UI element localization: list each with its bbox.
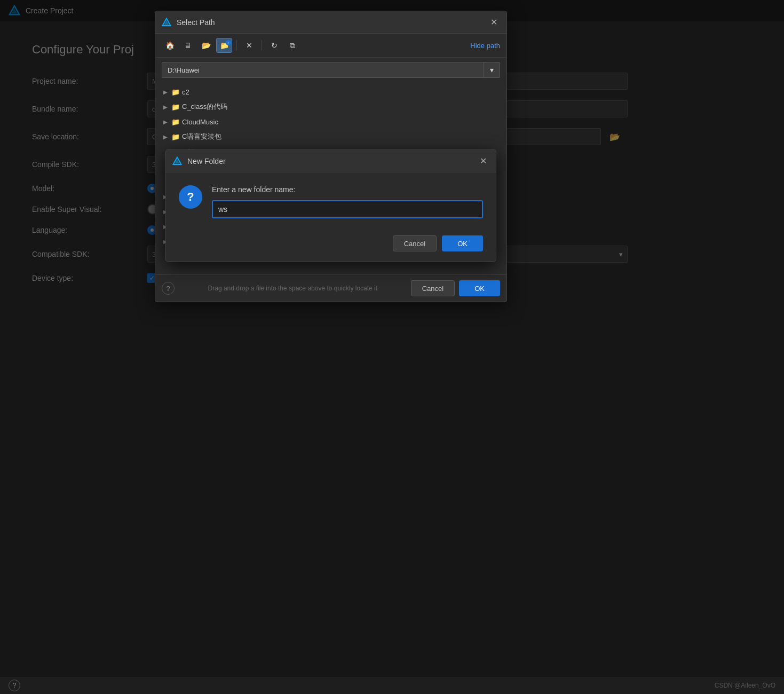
folder-icon: 📁 <box>171 88 180 96</box>
chevron-down-icon: ▾ <box>490 66 494 74</box>
new-folder-footer: Cancel OK <box>166 229 496 261</box>
folder-icon: 📁 <box>171 117 180 126</box>
new-folder-content: Enter a new folder name: <box>212 185 483 218</box>
tree-item[interactable]: ▶ 📁 C_class的代码 <box>155 99 506 114</box>
toolbar-desktop-button[interactable]: 🖥 <box>180 38 196 53</box>
toolbar-new-folder-button[interactable]: 📁+ <box>216 38 232 53</box>
bottom-bar: ? CSDN @Aileen_OvO <box>0 677 784 694</box>
select-path-titlebar: Select Path ✕ <box>155 11 506 34</box>
toolbar-folder-up-button[interactable]: 📂 <box>198 38 214 53</box>
home-icon: 🏠 <box>165 41 175 50</box>
path-bar: ▾ <box>162 62 500 78</box>
chevron-right-icon: ▶ <box>162 88 169 96</box>
new-folder-dialog-logo-icon <box>172 156 182 166</box>
watermark-text: CSDN @Aileen_OvO <box>715 682 775 689</box>
footer-hint: Drag and drop a file into the space abov… <box>179 285 407 292</box>
new-folder-prompt: Enter a new folder name: <box>212 185 483 194</box>
tree-item[interactable]: ▶ 📁 CloudMusic <box>155 114 506 129</box>
help-question-mark: ? <box>13 682 17 689</box>
dialog-toolbar: 🏠 🖥 📂 📁+ ✕ ↻ ⧉ Hide path <box>155 34 506 58</box>
tree-item[interactable]: ▶ 📁 C语言安装包 <box>155 129 506 144</box>
select-path-title: Select Path <box>177 18 482 27</box>
new-folder-dialog: New Folder ✕ ? Enter a new folder name: … <box>165 149 496 262</box>
toolbar-delete-button[interactable]: ✕ <box>241 38 257 53</box>
tree-item-label: CloudMusic <box>182 118 500 126</box>
hide-path-button[interactable]: Hide path <box>470 42 500 50</box>
dialog-logo-icon <box>162 18 171 27</box>
select-path-close-button[interactable]: ✕ <box>487 16 500 29</box>
new-folder-cancel-button[interactable]: Cancel <box>393 235 437 251</box>
question-icon: ? <box>179 185 202 209</box>
select-path-footer: ? Drag and drop a file into the space ab… <box>155 274 506 302</box>
tree-item[interactable]: ▶ 📁 c2 <box>155 84 506 99</box>
chevron-right-icon: ▶ <box>162 118 169 125</box>
desktop-icon: 🖥 <box>184 41 192 50</box>
new-folder-body: ? Enter a new folder name: <box>166 172 496 229</box>
question-mark: ? <box>166 285 170 293</box>
new-folder-icon: 📁+ <box>220 41 229 50</box>
toolbar-separator-1 <box>236 40 237 51</box>
new-folder-close-button[interactable]: ✕ <box>477 155 489 168</box>
new-folder-title: New Folder <box>187 157 471 165</box>
folder-icon: 📁 <box>171 132 180 141</box>
tree-item-label: c2 <box>182 88 500 96</box>
delete-icon: ✕ <box>246 41 252 50</box>
toolbar-home-button[interactable]: 🏠 <box>162 38 178 53</box>
new-folder-input[interactable] <box>212 200 483 218</box>
tree-item-label: C语言安装包 <box>182 132 500 141</box>
select-path-ok-button[interactable]: OK <box>459 280 500 296</box>
question-mark-char: ? <box>187 190 194 204</box>
new-folder-titlebar: New Folder ✕ <box>166 150 496 172</box>
toolbar-copy-button[interactable]: ⧉ <box>284 38 300 53</box>
refresh-icon: ↻ <box>271 41 278 50</box>
tree-item-label: C_class的代码 <box>182 102 500 112</box>
toolbar-separator-2 <box>262 40 262 51</box>
help-icon[interactable]: ? <box>162 282 175 295</box>
copy-icon: ⧉ <box>290 41 295 50</box>
folder-icon: 📁 <box>171 102 180 111</box>
toolbar-refresh-button[interactable]: ↻ <box>266 38 282 53</box>
path-dropdown-button[interactable]: ▾ <box>484 62 500 78</box>
chevron-right-icon: ▶ <box>162 133 169 140</box>
chevron-right-icon: ▶ <box>162 103 169 111</box>
bottom-help-icon[interactable]: ? <box>9 680 20 691</box>
new-folder-ok-button[interactable]: OK <box>442 235 483 251</box>
folder-up-icon: 📂 <box>202 41 211 50</box>
select-path-cancel-button[interactable]: Cancel <box>411 280 455 296</box>
path-input[interactable] <box>162 62 484 78</box>
